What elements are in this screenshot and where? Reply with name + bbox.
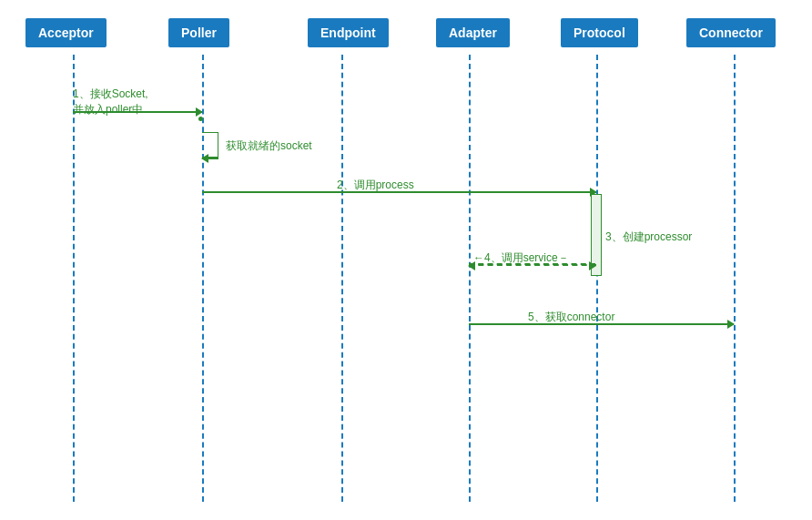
lifeline-box-acceptor: Acceptor: [25, 18, 107, 47]
lifeline-box-protocol: Protocol: [561, 18, 638, 47]
lifeline-box-connector: Connector: [686, 18, 776, 47]
lifeline-poller: [202, 55, 204, 502]
dot-1: [198, 117, 203, 121]
message-2-label: 获取就绪的socket: [226, 138, 312, 154]
lifeline-protocol: [596, 55, 598, 502]
message-5-label: ←4、调用service－: [473, 250, 569, 266]
message-6-label: 5、获取connector: [528, 310, 614, 325]
lifeline-connector: [734, 55, 736, 502]
lifeline-acceptor: [73, 55, 75, 502]
lifeline-box-adapter: Adapter: [436, 18, 510, 47]
arrow-1: [73, 111, 202, 113]
message-4-label: 3、创建processor: [605, 229, 692, 245]
lifeline-adapter: [469, 55, 471, 502]
arrow-2: [202, 158, 218, 159]
sequence-diagram: Acceptor Poller Endpoint Adapter Protoco…: [0, 0, 812, 520]
lifeline-box-poller: Poller: [168, 18, 229, 47]
lifeline-box-endpoint: Endpoint: [308, 18, 389, 47]
lifeline-endpoint: [341, 55, 343, 502]
message-3-label: 2、调用process: [337, 178, 414, 193]
